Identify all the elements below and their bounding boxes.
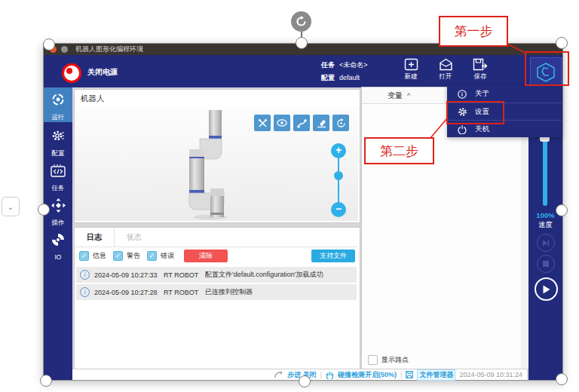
task-value: <未命名> [339,61,368,69]
open-envelope-icon [439,58,453,71]
log-entry-row: i 2024-05-09 10:27:33 RT ROBOT 配置文件'defa… [76,267,357,283]
tools-button[interactable] [254,115,271,131]
info-filter-label[interactable]: 信息 [93,251,106,261]
resize-handle-bottom-right[interactable] [556,373,568,385]
sidebar-label: 运行 [52,113,65,121]
file-manager-icon [406,371,413,378]
sidebar-item-io[interactable]: IO [44,228,72,262]
eraser-icon [317,118,326,128]
step2-callout: 第二步 [364,137,434,164]
power-record-button[interactable] [62,63,81,83]
resize-handle-top-left[interactable] [43,38,55,51]
sidebar-label: 操作 [52,219,65,226]
zoom-out-button[interactable]: − [331,202,346,217]
menu-item-about[interactable]: 关于 [447,85,562,103]
open-task-button[interactable]: 打开 [431,58,460,85]
speed-slider-track[interactable] [543,139,547,206]
resize-handle-middle-right[interactable] [556,204,568,216]
viewport-toolbar [254,115,349,131]
warning-filter-label[interactable]: 警告 [127,251,140,261]
collapse-chevron-button[interactable]: ⌄ [2,197,20,216]
error-checkbox[interactable]: ✓ [147,251,157,261]
open-label: 打开 [440,72,452,81]
eye-icon [277,119,287,127]
eraser-button[interactable] [313,115,329,131]
resize-handle-bottom-center[interactable] [299,375,311,387]
info-circle-icon: i [80,270,90,280]
play-icon [542,285,550,294]
variables-title: 变量 [388,90,403,101]
visibility-button[interactable] [274,115,290,131]
error-filter-label[interactable]: 错误 [161,251,174,261]
save-label: 保存 [474,72,487,81]
sidebar-label: 配置 [52,149,65,157]
sidebar-item-config[interactable]: 配置 [44,124,72,158]
tab-log[interactable]: 日志 [75,228,115,247]
power-label: 关闭电源 [87,67,118,78]
gear-list-icon [44,124,72,145]
save-floppy-icon [473,58,488,71]
stop-button[interactable] [537,255,555,273]
sidebar-item-run[interactable]: 运行 [44,87,72,122]
show-waypoints-label[interactable]: 显示路点 [381,355,409,365]
clear-log-button[interactable]: 清除 [184,250,228,262]
zoom-in-button[interactable]: + [331,143,346,158]
path-icon [297,118,307,128]
tab-divider [75,247,358,247]
info-icon [457,90,467,99]
code-brackets-icon [44,158,72,179]
step-forward-button[interactable] [537,234,555,252]
resize-handle-top-right[interactable] [556,37,568,49]
separator: | [400,371,402,378]
warning-checkbox[interactable]: ✓ [113,251,123,261]
menu-label: 关于 [475,89,489,99]
waypoints-toggle: 显示路点 [368,355,409,365]
log-panel: 日志 状态 ✓ 信息 ✓ 警告 ✓ 错误 清除 支持文件 i 2024-05-0… [74,227,360,369]
status-timestamp: 2024-05-09 10:31:24 [459,371,522,378]
file-manager-button[interactable]: 文件管理器 [417,369,455,381]
main-toolbar: 关闭电源 任务<未命名> 配置default 新建 打开 [44,55,562,87]
sidebar-label: IO [55,253,62,261]
reset-view-button[interactable] [332,115,349,131]
sidebar-label: 任务 [52,184,65,191]
log-time: 2024-05-09 10:27:28 [94,289,164,296]
rotate-icon [336,118,346,128]
log-source: RT ROBOT [164,289,205,296]
run-target-icon [44,87,72,109]
zoom-slider-thumb[interactable] [334,171,343,180]
new-label: 新建 [405,72,418,81]
left-sidebar: 运行 配置 任务 操作 [44,87,72,380]
save-task-button[interactable]: 保存 [466,58,495,85]
path-button[interactable] [293,115,310,131]
robot-3d-panel: 机器人 [74,89,360,223]
shutdown-power-icon [457,125,467,134]
resize-handle-bottom-left[interactable] [40,375,52,387]
log-entry-row: i 2024-05-09 10:27:28 RT ROBOT 已连接到控制器 [76,284,357,300]
show-waypoints-checkbox[interactable] [368,355,378,365]
info-circle-icon: i [80,287,90,297]
stop-icon [543,261,549,267]
config-label: 配置 [321,74,335,81]
skip-icon [542,240,550,247]
task-label: 任务 [321,61,335,69]
play-button[interactable] [535,277,558,301]
sidebar-item-task[interactable]: 任务 [44,158,72,193]
robot-panel-title: 机器人 [75,90,360,109]
rotate-arrow-icon [296,16,307,27]
info-checkbox[interactable]: ✓ [79,251,89,261]
power-dot-icon [66,68,72,74]
resize-handle-middle-left[interactable] [38,204,50,216]
resize-handle-top-center[interactable] [296,37,308,49]
new-task-button[interactable]: 新建 [397,58,425,85]
collapse-caret-icon: ^ [407,92,410,100]
tab-status[interactable]: 状态 [115,228,154,247]
collision-detection-status[interactable]: 碰撞检测开启(50%) [338,370,397,380]
minimize-window-button[interactable] [61,46,68,53]
robot-3d-viewport[interactable]: + − [75,107,358,221]
support-files-button[interactable]: 支持文件 [311,250,355,262]
log-time: 2024-05-09 10:27:33 [94,271,164,279]
log-message: 已连接到控制器 [205,287,357,297]
collision-icon [326,371,334,379]
step2-highlight-box [446,101,504,124]
rotate-handle[interactable] [291,11,311,32]
